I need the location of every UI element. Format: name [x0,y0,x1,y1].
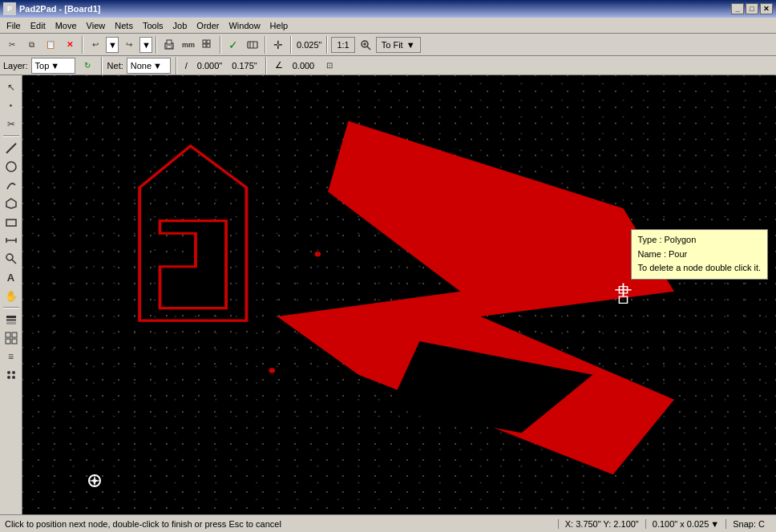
menu-move[interactable]: Move [51,19,82,32]
extra-tool-1[interactable]: ≡ [2,348,20,365]
undo-dropdown[interactable]: ▼ [106,37,119,53]
restore-button[interactable]: □ [746,3,758,14]
menu-file[interactable]: File [2,19,26,32]
menu-window[interactable]: Window [224,19,265,32]
undo-button[interactable]: ↩ [87,36,104,54]
grid-tool[interactable] [2,329,20,347]
status-coords: X: 3.750" Y: 2.100" [558,519,645,529]
minimize-button[interactable]: _ [731,3,744,14]
drc-button[interactable] [244,36,261,54]
cut-button[interactable]: ✂ [3,36,21,54]
main-area: ↖ · ✂ A ✋ ≡ [0,75,776,514]
scissors-tool[interactable]: ✂ [2,115,20,133]
layers-button[interactable] [2,311,20,328]
separator-5 [290,36,292,54]
svg-line-14 [6,143,16,153]
eraser-tool[interactable] [2,213,20,231]
tooltip-line-1: Type : Polygon [638,233,762,248]
slash-icon: / [182,61,191,71]
menu-order[interactable]: Order [192,19,224,32]
menu-edit[interactable]: Edit [26,19,51,32]
redo-button[interactable]: ↪ [120,36,138,54]
window-controls: _ □ ✕ [731,3,773,14]
layer-bar: Layer: Top ▼ ↻ Net: None ▼ / 0.000" 0.17… [0,56,776,75]
to-fit-button[interactable]: To Fit ▼ [376,37,421,53]
separator-4 [265,36,266,54]
redo-dropdown[interactable]: ▼ [139,37,152,53]
move-button[interactable]: ✛ [269,36,287,54]
separator-3 [220,36,221,54]
svg-point-32 [7,376,10,379]
main-toolbar: ✂ ⧉ 📋 ✕ ↩ ▼ ↪ ▼ mm ✓ ✛ 0.025" 1:1 To Fit… [0,34,776,56]
close-button[interactable]: ✕ [760,3,773,14]
lt-separator-2 [3,307,19,308]
menu-tools[interactable]: Tools [138,19,168,32]
menu-help[interactable]: Help [265,19,293,32]
to-fit-dropdown-icon: ▼ [406,40,415,50]
wire-tool[interactable] [2,139,20,157]
svg-rect-3 [203,40,206,43]
tooltip-panel: Type : Polygon Name : Pour To delete a n… [631,229,769,280]
cursor-crosshair [88,474,101,487]
left-toolbar: ↖ · ✂ A ✋ ≡ [0,75,22,514]
separator-8 [176,57,177,75]
svg-rect-7 [248,42,257,48]
status-bar: Click to position next node, double-clic… [0,514,776,532]
window-title: Pad2Pad - [Board1] [19,4,731,14]
layer-refresh[interactable]: ↻ [79,57,96,75]
svg-rect-25 [6,322,16,324]
canvas-area[interactable]: Type : Polygon Name : Pour To delete a n… [22,75,776,514]
measure-tool[interactable] [2,232,20,249]
status-snap: 0.100" x 0.025 ▼ [645,519,725,529]
svg-rect-6 [207,44,210,47]
separator-9 [265,57,267,75]
paste-button[interactable]: 📋 [42,36,59,54]
layer-label: Layer: [3,61,28,71]
menu-view[interactable]: View [82,19,111,32]
grid-value-label: 0.025" [295,40,323,50]
svg-point-30 [7,371,10,374]
svg-line-11 [367,46,370,50]
pour-tool[interactable] [2,195,20,212]
angle-value: 0.000 [289,61,318,71]
zoom-tool[interactable] [2,250,20,268]
grid-button[interactable] [199,36,216,54]
net-label: Net: [107,61,123,71]
zoom-ratio[interactable]: 1:1 [331,37,354,53]
text-tool[interactable]: A [2,268,20,286]
svg-rect-2 [167,46,172,48]
svg-point-21 [6,254,13,260]
menu-nets[interactable]: Nets [110,19,138,32]
svg-rect-17 [6,220,16,226]
status-snap-label: Snap: C [725,519,771,529]
print-button[interactable] [160,36,178,54]
menu-job[interactable]: Job [168,19,192,32]
circle-tool[interactable] [2,158,20,175]
layer-select[interactable]: Top ▼ [31,58,75,74]
copy-button[interactable]: ⧉ [22,36,40,54]
svg-rect-5 [203,44,206,47]
tooltip-line-2: Name : Pour [638,248,762,262]
select-tool[interactable]: ↖ [2,79,20,96]
net-select[interactable]: None ▼ [127,58,171,74]
coord-x: 0.000" [194,61,225,71]
pan-tool[interactable]: ✋ [2,287,20,304]
unit-button[interactable]: mm [180,36,197,54]
app-icon: P [3,2,16,15]
separator-2 [156,36,157,54]
svg-marker-16 [6,199,16,208]
arc-tool[interactable] [2,176,20,194]
point-tool[interactable]: · [2,97,20,115]
menu-bar: File Edit Move View Nets Tools Job Order… [0,18,776,34]
svg-line-22 [12,260,16,264]
zoom-in-button[interactable] [357,36,374,54]
extra-icon: ⊡ [321,57,338,75]
check-button[interactable]: ✓ [224,36,242,54]
delete-button[interactable]: ✕ [61,36,79,54]
separator-1 [82,36,83,54]
extra-tool-2[interactable] [2,366,20,384]
svg-rect-23 [6,316,16,318]
board-svg [22,75,776,514]
svg-rect-28 [6,339,10,344]
svg-rect-4 [207,40,210,43]
